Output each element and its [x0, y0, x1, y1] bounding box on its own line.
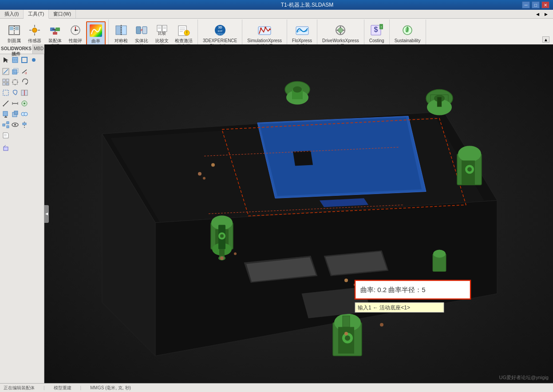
- toolbar-row-extra: [1, 120, 43, 130]
- arrow-tool[interactable]: [1, 55, 10, 64]
- check-active-icon: !: [177, 23, 191, 37]
- dimensions[interactable]: [11, 99, 20, 108]
- svg-rect-10: [55, 28, 60, 31]
- new-component[interactable]: [1, 110, 10, 119]
- insert-component[interactable]: [11, 110, 20, 119]
- status-sep2: |: [80, 385, 82, 390]
- tab-solidworks-plugins[interactable]: SOLIDWORKS 插件: [0, 44, 33, 54]
- svg-point-150: [344, 279, 348, 282]
- mate[interactable]: [20, 110, 29, 119]
- svg-point-146: [203, 177, 205, 180]
- svg-text:比较: 比较: [158, 31, 166, 36]
- svg-rect-89: [3, 124, 5, 126]
- tab-window[interactable]: 窗口(W): [49, 10, 76, 18]
- svg-rect-118: [437, 97, 442, 107]
- lasso-select[interactable]: [11, 88, 20, 97]
- close-button[interactable]: ✕: [541, 1, 549, 8]
- scene-canvas: 曲率: 0.2 曲率半径：5 输入1 ← 活动底座<1>: [44, 44, 553, 383]
- side-panel: SOLIDWORKS 插件 MBD: [0, 44, 44, 383]
- svg-rect-99: [4, 147, 8, 150]
- smart-dim[interactable]: d: [20, 67, 29, 76]
- zoom-to-fit[interactable]: [11, 78, 20, 87]
- maximize-button[interactable]: □: [532, 1, 540, 8]
- svg-rect-64: [3, 83, 5, 85]
- ribbon-nav-btn[interactable]: ◀: [534, 11, 541, 18]
- toolbar-row-view1: [1, 77, 43, 87]
- select-face[interactable]: [11, 55, 20, 64]
- explode-view[interactable]: [1, 120, 10, 129]
- svg-rect-86: [14, 111, 18, 115]
- toolbar-row-3d: [1, 88, 43, 98]
- ribbon-collapse-button[interactable]: ▲: [542, 36, 549, 43]
- drive-icon: [333, 23, 348, 37]
- svg-line-92: [5, 123, 7, 125]
- 3d-sketch[interactable]: [11, 67, 20, 76]
- svg-rect-91: [7, 126, 9, 128]
- svg-point-15: [75, 29, 76, 31]
- mass-properties[interactable]: [20, 99, 29, 108]
- btn-sustain-label: Sustainability: [395, 38, 421, 44]
- select-edge[interactable]: [20, 55, 29, 64]
- tab-mbd[interactable]: MBD: [33, 44, 45, 54]
- svg-line-74: [3, 101, 8, 106]
- select-vertex[interactable]: [29, 55, 38, 64]
- compare-bodies-icon: ≠: [134, 23, 149, 37]
- svg-rect-21: [142, 27, 147, 34]
- status-bar: 正在编辑装配体 | 模型重建 | MMGS (毫米, 克, 秒): [0, 383, 553, 392]
- section-view[interactable]: [20, 88, 29, 97]
- svg-text:3D: 3D: [218, 26, 222, 29]
- toolbar-row-bottom: [1, 143, 43, 153]
- svg-rect-96: [23, 123, 26, 125]
- svg-text:!: !: [186, 30, 187, 36]
- standard-views[interactable]: [1, 78, 10, 87]
- svg-point-43: [269, 28, 271, 30]
- svg-text:曲率: 0.2  曲率半径：5: 曲率: 0.2 曲率半径：5: [360, 286, 426, 293]
- rotate-view[interactable]: [20, 78, 29, 87]
- svg-text:↑: ↑: [380, 25, 382, 29]
- panel-resize-handle[interactable]: ◀: [44, 205, 49, 223]
- status-rebuild: 模型重建: [54, 385, 71, 391]
- toolbar-row-sketch: d: [1, 67, 43, 76]
- measure-tool[interactable]: [1, 99, 10, 108]
- svg-point-149: [234, 253, 237, 255]
- svg-rect-82: [3, 111, 8, 116]
- window-controls[interactable]: ─ □ ✕: [522, 1, 549, 8]
- svg-point-42: [265, 27, 266, 28]
- svg-point-133: [458, 146, 481, 162]
- svg-point-145: [198, 172, 201, 176]
- svg-point-138: [433, 250, 446, 258]
- svg-rect-3: [15, 27, 19, 30]
- svg-rect-18: [122, 26, 126, 35]
- minimize-button[interactable]: ─: [522, 1, 530, 8]
- svg-rect-144: [343, 316, 350, 327]
- svg-point-46: [338, 28, 343, 33]
- svg-text:输入1 ← 活动底座<1>: 输入1 ← 活动底座<1>: [358, 305, 410, 311]
- svg-point-129: [220, 234, 224, 238]
- sim-icon: [257, 23, 272, 37]
- svg-point-153: [344, 332, 348, 336]
- svg-rect-62: [3, 79, 5, 82]
- flo-icon: [295, 23, 309, 37]
- box-select[interactable]: [1, 88, 10, 97]
- ribbon-nav-btn2[interactable]: ▶: [542, 11, 549, 18]
- align[interactable]: [20, 120, 29, 129]
- svg-rect-11: [53, 32, 57, 35]
- symmetry-icon: [114, 23, 128, 37]
- 3d-viewport[interactable]: 曲率: 0.2 曲率半径：5 输入1 ← 活动底座<1> ◀: [44, 44, 553, 383]
- note-tool[interactable]: [1, 131, 10, 140]
- performance-icon: [68, 23, 83, 37]
- svg-point-55: [32, 58, 36, 62]
- svg-text:EXP: EXP: [218, 30, 223, 32]
- svg-rect-2: [10, 27, 13, 30]
- svg-rect-63: [6, 79, 9, 82]
- new-sketch[interactable]: [1, 67, 10, 76]
- assembly-viz-icon: [48, 23, 62, 37]
- hide-show[interactable]: [11, 120, 20, 129]
- svg-rect-71: [3, 90, 8, 95]
- tab-tools[interactable]: 工具(T): [24, 10, 49, 19]
- tab-insert[interactable]: 插入(I): [0, 10, 24, 18]
- 3dexp-icon: 3D EXP ERIENCE: [213, 23, 227, 37]
- reference-geometry[interactable]: [1, 143, 10, 152]
- btn-costing-label: Costing: [369, 38, 384, 44]
- svg-text:≠: ≠: [140, 28, 143, 32]
